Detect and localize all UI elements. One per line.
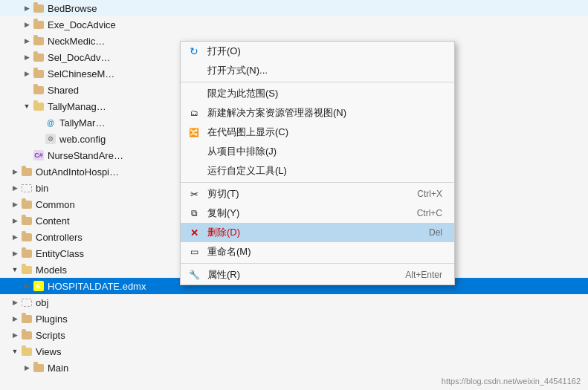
tree-arrow-controllers[interactable]: ▶ [9, 231, 21, 243]
tree-arrow-content[interactable]: ▶ [9, 215, 21, 227]
copy-icon: ⧉ [191, 208, 198, 218]
ctx-item-open[interactable]: ↻打开(O) [181, 42, 454, 61]
tree-label-selchinesem: SelChineseM… [48, 68, 114, 79]
ctx-separator [181, 182, 454, 183]
icon-folder [33, 51, 45, 63]
icon-folder [21, 313, 33, 325]
ctx-label-new-solution-view: 新建解决方案资源管理器视图(N) [207, 106, 346, 120]
tree-item-scripts[interactable]: ▶Scripts [0, 327, 588, 343]
tree-arrow-exe-docadvice[interactable]: ▶ [21, 19, 33, 30]
icon-folder [21, 215, 33, 227]
tree-arrow-common[interactable]: ▶ [9, 198, 21, 210]
tree-arrow-scripts[interactable]: ▶ [9, 329, 21, 341]
ctx-separator [181, 263, 454, 264]
ctx-item-cut[interactable]: ✂剪切(T)Ctrl+X [181, 184, 454, 204]
tree-label-tallymar: TallyMar… [59, 117, 105, 129]
tree-label-entityclass: EntityClass [36, 248, 84, 259]
ctx-separator [181, 82, 454, 82]
tree-label-views: Views [36, 346, 61, 357]
tree-arrow-neckmedic[interactable]: ▶ [21, 35, 33, 47]
tree-label-exe-docadvice: Exe_DocAdvice [48, 19, 116, 30]
ctx-label-cut: 剪切(T) [207, 187, 239, 201]
icon-folder-dotted [21, 296, 33, 308]
icon-folder [21, 198, 33, 210]
ctx-icon-delete: ✕ [188, 227, 200, 238]
tree-label-tallymanag: TallyManag… [48, 101, 106, 112]
tree-arrow-sel-docadv[interactable]: ▶ [21, 51, 33, 63]
tree-item-exe-docadvice[interactable]: ▶Exe_DocAdvice [0, 16, 588, 33]
tree-arrow-outandintohospi[interactable]: ▶ [9, 166, 21, 178]
ctx-label-properties: 属性(R) [207, 268, 240, 282]
tree-label-outandintohospi: OutAndIntoHospi… [36, 166, 119, 178]
tree-label-plugins: Plugins [36, 313, 68, 325]
tree-item-main[interactable]: ▶Main [0, 360, 588, 376]
tree-label-hospitaldate: HOSPITALDATE.edmx [48, 281, 146, 292]
ctx-item-copy[interactable]: ⧉复制(Y)Ctrl+C [181, 204, 454, 223]
icon-folder [33, 84, 45, 96]
tree-arrow-main[interactable]: ▶ [21, 362, 33, 374]
tree-label-webconfig: web.config [59, 134, 106, 145]
icon-folder [33, 2, 45, 14]
tree-item-obj[interactable]: ▶obj [0, 294, 588, 311]
ctx-label-open: 打开(O) [207, 45, 241, 58]
context-menu: ↻打开(O)打开方式(N)...限定为此范围(S)🗂新建解决方案资源管理器视图(… [180, 41, 455, 285]
tree-arrow-entityclass[interactable]: ▶ [9, 247, 21, 259]
tree-label-main: Main [48, 363, 68, 374]
icon-config: ⚙ [45, 133, 56, 145]
ctx-icon-run-tool [188, 165, 200, 177]
ctx-icon-open: ↻ [188, 45, 200, 57]
icon-folder-dotted [21, 182, 33, 194]
ctx-icon-show-in-codemap: 🔀 [188, 126, 200, 138]
ctx-item-scope[interactable]: 限定为此范围(S) [181, 84, 454, 103]
rename-icon: ▭ [190, 247, 198, 257]
ctx-label-open-with: 打开方式(N)... [207, 64, 268, 77]
ctx-shortcut-delete: Del [429, 227, 442, 238]
ctx-shortcut-cut: Ctrl+X [417, 189, 442, 199]
ctx-item-properties[interactable]: 🔧属性(R)Alt+Enter [181, 265, 454, 285]
tree-item-bedbrowse[interactable]: ▶BedBrowse [0, 0, 588, 16]
codemap-icon: 🔀 [189, 128, 199, 137]
icon-edmx: E [33, 280, 45, 292]
icon-csharp: C# [33, 149, 45, 161]
ctx-item-exclude[interactable]: 从项目中排除(J) [181, 142, 454, 161]
tree-arrow-hospitaldate[interactable]: ▶ [21, 280, 33, 292]
icon-folder [21, 231, 33, 243]
tree-label-neckmedic: NeckMedic… [48, 36, 105, 47]
icon-folder [21, 329, 33, 341]
tree-arrow-tallymanag[interactable]: ▼ [21, 100, 33, 112]
icon-folder [21, 247, 33, 259]
ctx-icon-new-solution-view: 🗂 [188, 107, 200, 119]
ctx-icon-open-with [188, 65, 200, 77]
tree-arrow-views[interactable]: ▼ [9, 345, 21, 357]
ctx-item-rename[interactable]: ▭重命名(M) [181, 242, 454, 261]
tree-arrow-bedbrowse[interactable]: ▶ [21, 2, 33, 14]
ctx-item-run-tool[interactable]: 运行自定义工具(L) [181, 161, 454, 181]
ctx-label-delete: 删除(D) [207, 226, 240, 239]
tree-arrow-bin[interactable]: ▶ [9, 182, 21, 194]
tree-item-plugins[interactable]: ▶Plugins [0, 311, 588, 327]
tree-arrow-selchinesem[interactable]: ▶ [21, 68, 33, 79]
ctx-item-open-with[interactable]: 打开方式(N)... [181, 61, 454, 80]
tree-item-views[interactable]: ▼Views [0, 343, 588, 360]
tree-label-nursestandare: NurseStandAre… [48, 150, 123, 161]
ctx-label-scope: 限定为此范围(S) [207, 87, 278, 100]
delete-icon: ✕ [190, 227, 198, 238]
tree-arrow-obj[interactable]: ▶ [9, 296, 21, 308]
ctx-label-run-tool: 运行自定义工具(L) [207, 164, 287, 178]
tree-label-models: Models [36, 264, 67, 276]
tree-arrow-models[interactable]: ▼ [9, 264, 21, 276]
icon-folder [33, 35, 45, 47]
tree-label-scripts: Scripts [36, 330, 65, 341]
ctx-label-rename: 重命名(M) [207, 245, 251, 259]
ctx-shortcut-properties: Alt+Enter [405, 270, 442, 280]
tree-arrow-plugins[interactable]: ▶ [9, 313, 21, 325]
ctx-item-show-in-codemap[interactable]: 🔀在代码图上显示(C) [181, 123, 454, 142]
ctx-item-delete[interactable]: ✕删除(D)Del [181, 223, 454, 242]
icon-folder [33, 362, 45, 374]
tree-label-content: Content [36, 215, 70, 227]
tree-label-sel-docadv: Sel_DocAdv… [48, 52, 111, 63]
icon-folder [33, 68, 45, 79]
icon-folder-open [33, 100, 45, 112]
tree-label-shared: Shared [48, 85, 79, 96]
ctx-item-new-solution-view[interactable]: 🗂新建解决方案资源管理器视图(N) [181, 103, 454, 123]
